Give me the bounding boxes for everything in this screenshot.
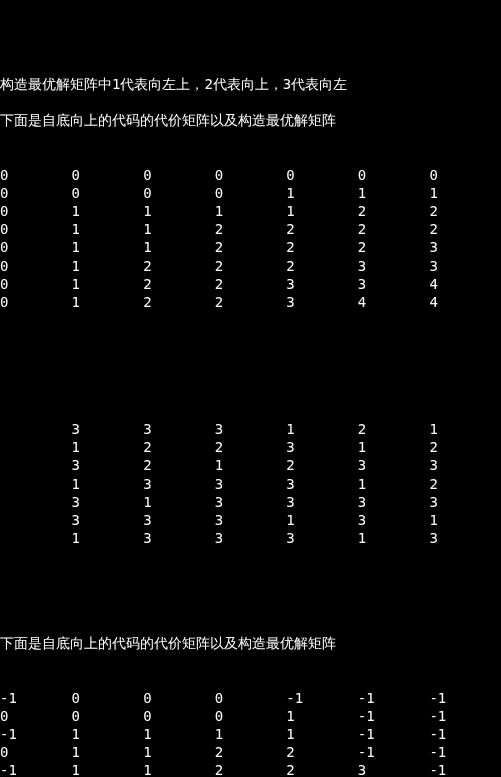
matrix-cell: -1 [0, 725, 72, 743]
matrix-cell: 2 [143, 293, 215, 311]
matrix-cell: 4 [358, 293, 430, 311]
matrix-cell: 2 [286, 257, 358, 275]
matrix-cell: 2 [358, 202, 430, 220]
matrix-cell: 1 [429, 184, 501, 202]
matrix-cell: 2 [143, 438, 215, 456]
matrix-cell: 0 [0, 202, 72, 220]
matrix-cell: -1 [358, 743, 430, 761]
matrix-cell: 1 [286, 420, 358, 438]
matrix-cell: 0 [0, 257, 72, 275]
matrix-cell-pad [0, 438, 72, 456]
matrix-cell: 3 [215, 511, 287, 529]
matrix-cell: 0 [286, 166, 358, 184]
matrix-cell: -1 [429, 743, 501, 761]
matrix-cell-pad [0, 456, 72, 474]
matrix-cell: 1 [286, 184, 358, 202]
matrix-cell: 0 [0, 184, 72, 202]
matrix-cell: 0 [429, 166, 501, 184]
matrix-cell: 1 [429, 420, 501, 438]
matrix-cell: 1 [143, 725, 215, 743]
legend-header: 构造最优解矩阵中1代表向左上，2代表向上，3代表向左 [0, 75, 501, 93]
matrix-cell: 1 [72, 202, 144, 220]
matrix-cell: 3 [72, 420, 144, 438]
matrix-cell: 3 [215, 493, 287, 511]
matrix-cell-pad [0, 475, 72, 493]
matrix-cell: 2 [143, 456, 215, 474]
matrix-cell: 0 [72, 184, 144, 202]
matrix-cell: 0 [72, 166, 144, 184]
matrix-cell: 1 [358, 184, 430, 202]
matrix-cell: 1 [143, 220, 215, 238]
matrix-cell: 3 [215, 475, 287, 493]
matrix-cell: -1 [429, 689, 501, 707]
matrix-cell: 3 [429, 238, 501, 256]
spacer-2 [0, 584, 501, 598]
solution-matrix-1: 3331211223123212331333123133333331311333… [0, 420, 501, 547]
matrix-cell: 2 [286, 761, 358, 777]
matrix-cell: 3 [358, 493, 430, 511]
matrix-cell: 2 [215, 257, 287, 275]
matrix-cell: 1 [429, 511, 501, 529]
matrix-cell: 2 [215, 220, 287, 238]
matrix-cell: 0 [0, 166, 72, 184]
matrix-cell: 1 [143, 761, 215, 777]
matrix-cell: 1 [72, 529, 144, 547]
matrix-cell: 2 [286, 456, 358, 474]
matrix-cell: 1 [143, 202, 215, 220]
matrix-cell: 3 [72, 493, 144, 511]
matrix-cell: 1 [72, 438, 144, 456]
matrix-cell: 3 [358, 511, 430, 529]
section-header-1: 下面是自底向上的代码的代价矩阵以及构造最优解矩阵 [0, 111, 501, 129]
matrix-cell: 0 [215, 689, 287, 707]
matrix-cell: 1 [72, 257, 144, 275]
matrix-cell: 2 [286, 743, 358, 761]
matrix-cell: 2 [429, 475, 501, 493]
matrix-cell: 0 [0, 293, 72, 311]
matrix-cell: 2 [358, 220, 430, 238]
matrix-cell: 0 [215, 184, 287, 202]
matrix-cell: 1 [286, 202, 358, 220]
matrix-cell: 3 [286, 529, 358, 547]
matrix-cell: 1 [358, 438, 430, 456]
matrix-cell-pad [0, 529, 72, 547]
matrix-cell: 0 [143, 689, 215, 707]
matrix-cell: 1 [358, 529, 430, 547]
matrix-cell: 3 [286, 475, 358, 493]
matrix-cell: 0 [0, 743, 72, 761]
matrix-cell: 3 [143, 529, 215, 547]
matrix-cell: 1 [286, 511, 358, 529]
matrix-cell: 1 [286, 725, 358, 743]
cost-matrix-2: -1000-1-1-100001-1-1-11111-1-101122-1-1-… [0, 689, 501, 777]
matrix-cell: 3 [143, 475, 215, 493]
matrix-cell: -1 [429, 725, 501, 743]
matrix-cell: 1 [72, 220, 144, 238]
matrix-cell: 1 [358, 475, 430, 493]
matrix-cell: 1 [215, 725, 287, 743]
matrix-cell: 3 [286, 275, 358, 293]
matrix-cell: 2 [215, 438, 287, 456]
matrix-cell: 2 [429, 438, 501, 456]
matrix-cell: 2 [286, 238, 358, 256]
matrix-cell: 0 [215, 166, 287, 184]
matrix-cell: 1 [72, 238, 144, 256]
matrix-cell: 3 [286, 293, 358, 311]
matrix-cell: 1 [215, 456, 287, 474]
matrix-cell: 3 [358, 456, 430, 474]
matrix-cell: 1 [72, 743, 144, 761]
matrix-cell: 3 [429, 529, 501, 547]
matrix-cell: 2 [143, 257, 215, 275]
matrix-cell: 1 [215, 202, 287, 220]
matrix-cell: -1 [0, 689, 72, 707]
matrix-cell-pad [0, 493, 72, 511]
matrix-cell: 0 [143, 184, 215, 202]
matrix-cell: 0 [143, 166, 215, 184]
matrix-cell: 3 [215, 529, 287, 547]
matrix-cell: 0 [72, 689, 144, 707]
matrix-cell: 2 [215, 275, 287, 293]
matrix-cell: 2 [215, 293, 287, 311]
matrix-cell: -1 [429, 707, 501, 725]
matrix-cell-pad [0, 511, 72, 529]
matrix-cell: 2 [429, 220, 501, 238]
matrix-cell: 0 [358, 166, 430, 184]
matrix-cell: 2 [358, 238, 430, 256]
